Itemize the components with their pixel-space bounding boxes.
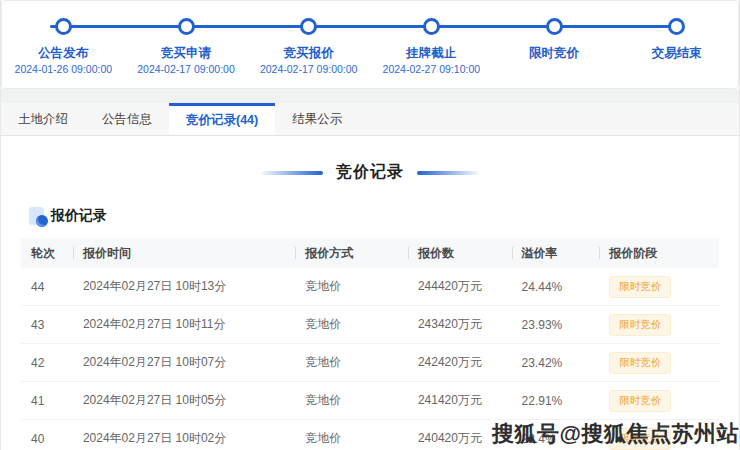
cell-quote-method: 竞地价 [295,430,408,447]
cell-round: 41 [21,394,73,408]
cell-quote-method: 竞地价 [295,354,408,371]
cell-premium-rate: 22.91% [512,394,600,408]
title-left-dash-icon [261,171,323,175]
cell-quote-amount: 242420万元 [408,354,512,371]
section-title: 竞价记录 [336,162,404,183]
timeline-node-icon [668,18,685,35]
timeline-node-icon [178,18,195,35]
timeline-step-label: 公告发布 [38,45,88,61]
auction-page: 公告发布 2024-01-26 09:00:00 竞买申请 2024-02-17… [0,0,740,450]
stage-badge: 限时竞价 [609,276,671,298]
cell-quote-stage: 限时竞价 [599,352,719,374]
timeline-node-icon [300,18,317,35]
cell-quote-time: 2024年02月27日 10时05分 [73,392,295,409]
timeline-step-label: 竞买报价 [284,45,334,61]
cell-quote-method: 竞地价 [295,278,408,295]
timeline-step-date: 2024-02-17 09:00:00 [260,63,358,76]
bidding-records-panel: 竞价记录 报价记录 轮次报价时间报价方式报价数溢价率报价阶段 44 2024年0… [1,162,739,450]
timeline-step-date: 2024-02-17 09:00:00 [137,63,235,76]
table-row: 44 2024年02月27日 10时13分 竞地价 244420万元 24.44… [21,268,719,306]
table-row: 41 2024年02月27日 10时05分 竞地价 241420万元 22.91… [21,382,719,420]
table-header-cell: 报价方式 [295,245,408,262]
timeline-steps: 公告发布 2024-01-26 09:00:00 竞买申请 2024-02-17… [2,1,738,88]
cell-quote-stage: 限时竞价 [599,314,719,336]
cell-quote-time: 2024年02月27日 10时13分 [73,278,295,295]
stage-badge: 限时竞价 [609,352,671,374]
tab-bar: 土地介绍公告信息竞价记录(44)结果公示 [1,103,739,136]
timeline-step: 公告发布 2024-01-26 09:00:00 [2,1,125,88]
timeline-node-icon [546,18,563,35]
section-header: 竞价记录 [1,162,739,183]
timeline-step-label: 限时竞价 [529,45,579,61]
watermark-text: 搜狐号@搜狐焦点苏州站 [492,419,739,449]
cell-round: 42 [21,356,73,370]
cell-quote-method: 竞地价 [295,316,408,333]
cell-quote-stage: 限时竞价 [599,390,719,412]
title-right-dash-icon [417,171,479,175]
auction-timeline: 公告发布 2024-01-26 09:00:00 竞买申请 2024-02-17… [1,0,739,89]
table-row: 42 2024年02月27日 10时07分 竞地价 242420万元 23.42… [21,344,719,382]
cell-round: 44 [21,280,73,294]
timeline-step-label: 交易结束 [652,45,702,61]
timeline-step: 挂牌截止 2024-02-27 09:10:00 [370,1,493,88]
table-header-cell: 轮次 [21,245,73,262]
tab-公告信息[interactable]: 公告信息 [85,103,169,135]
cell-quote-time: 2024年02月27日 10时02分 [73,430,295,447]
cell-premium-rate: 23.42% [512,356,600,370]
cell-quote-amount: 243420万元 [408,316,512,333]
timeline-step-date: 2024-02-27 09:10:00 [383,63,481,76]
cell-premium-rate: 24.44% [512,280,600,294]
timeline-step-label: 竞买申请 [161,45,211,61]
table-header-cell: 溢价率 [512,245,600,262]
stage-badge: 限时竞价 [609,390,671,412]
stage-badge: 限时竞价 [609,314,671,336]
timeline-node-icon [55,18,72,35]
timeline-node-icon [423,18,440,35]
table-header-cell: 报价时间 [73,245,295,262]
table-header-cell: 报价阶段 [599,245,719,262]
table-row: 43 2024年02月27日 10时11分 竞地价 243420万元 23.93… [21,306,719,344]
tab-竞价记录(44)[interactable]: 竞价记录(44) [169,103,275,135]
cell-quote-method: 竞地价 [295,392,408,409]
cell-premium-rate: 23.93% [512,318,600,332]
cell-quote-stage: 限时竞价 [599,276,719,298]
cell-round: 40 [21,432,73,446]
cell-quote-amount: 244420万元 [408,278,512,295]
timeline-step: 竞买报价 2024-02-17 09:00:00 [247,1,370,88]
section-divider [1,89,739,103]
cell-quote-time: 2024年02月27日 10时07分 [73,354,295,371]
quote-record-icon [29,207,44,225]
tab-结果公示[interactable]: 结果公示 [275,103,359,135]
quote-records-title: 报价记录 [51,207,107,225]
cell-quote-amount: 241420万元 [408,392,512,409]
table-header-cell: 报价数 [408,245,512,262]
timeline-step: 限时竞价 [493,1,616,88]
timeline-step: 竞买申请 2024-02-17 09:00:00 [125,1,248,88]
timeline-step-label: 挂牌截止 [406,45,456,61]
cell-quote-time: 2024年02月27日 10时11分 [73,316,295,333]
tab-土地介绍[interactable]: 土地介绍 [1,103,85,135]
quote-records-header: 报价记录 [29,207,739,225]
timeline-step: 交易结束 [615,1,738,88]
cell-round: 43 [21,318,73,332]
table-header-row: 轮次报价时间报价方式报价数溢价率报价阶段 [21,238,719,268]
timeline-step-date: 2024-01-26 09:00:00 [15,63,113,76]
